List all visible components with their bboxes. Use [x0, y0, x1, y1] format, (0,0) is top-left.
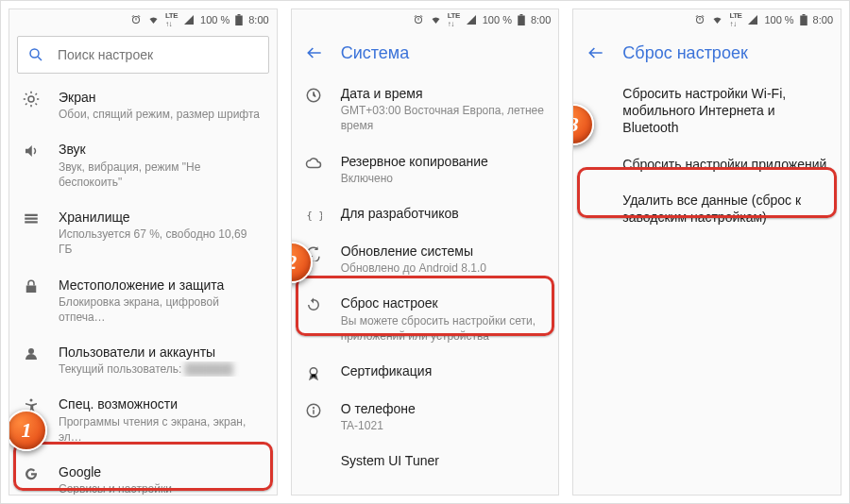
- row-sub: Используется 67 %, свободно 10,69 ГБ: [59, 227, 264, 257]
- row-sub: Звук, вибрация, режим "Не беспокоить": [59, 160, 264, 190]
- row-accounts[interactable]: Пользователи и аккаунтыТекущий пользоват…: [9, 334, 277, 386]
- info-icon: [303, 400, 324, 419]
- row-title: Сброс настроек: [341, 294, 546, 311]
- battery-icon: [235, 14, 243, 25]
- row-sub: Блокировка экрана, цифровой отпеча…: [59, 294, 264, 325]
- lte-icon: LTE↑↓: [448, 11, 460, 28]
- svg-point-28: [313, 407, 314, 409]
- row-reset-apps[interactable]: Сбросить настройки приложений: [573, 146, 841, 182]
- svg-line-3: [38, 57, 42, 60]
- row-title: Удалить все данные (сброс к заводским на…: [622, 192, 827, 226]
- svg-point-4: [28, 96, 34, 102]
- row-security[interactable]: Местоположение и защитаБлокировка экрана…: [9, 267, 277, 335]
- row-sub: Текущий пользователь: ██████: [59, 361, 264, 377]
- row-title: Спец. возможности: [59, 395, 264, 412]
- cloud-icon: [303, 153, 324, 172]
- row-title: Google: [59, 463, 264, 480]
- row-sub: Обои, спящий режим, размер шрифта: [59, 107, 264, 122]
- row-reset-network[interactable]: Сбросить настройки Wi-Fi, мобильного Инт…: [573, 76, 841, 146]
- alarm-icon: [694, 14, 706, 25]
- battery-percent: 100 %: [483, 14, 512, 25]
- row-datetime[interactable]: Дата и времяGMT+03:00 Восточная Европа, …: [292, 76, 559, 143]
- svg-rect-29: [313, 410, 314, 414]
- alarm-icon: [130, 14, 142, 25]
- row-title: Местоположение и защита: [59, 277, 264, 294]
- signal-icon: [466, 14, 477, 25]
- certificate-icon: [303, 362, 324, 381]
- row-title: О телефоне: [341, 400, 546, 417]
- svg-rect-23: [519, 14, 522, 16]
- row-sub: Сервисы и настройки: [59, 481, 264, 495]
- row-sub: TA-1021: [341, 418, 546, 433]
- row-title: Сбросить настройки приложений: [622, 156, 827, 173]
- status-bar: LTE↑↓ 100 % 8:00: [573, 9, 841, 30]
- search-input[interactable]: [58, 47, 259, 62]
- update-icon: [303, 243, 324, 261]
- display-icon: [21, 89, 42, 108]
- row-title: Дата и время: [341, 85, 546, 102]
- status-bar: LTE↑↓ 100 % 8:00: [292, 9, 559, 30]
- row-cert[interactable]: Сертификация: [292, 353, 559, 391]
- row-factory-reset[interactable]: Удалить все данные (сброс к заводским на…: [573, 182, 841, 235]
- alarm-icon: [413, 14, 424, 25]
- screen-reset: LTE↑↓ 100 % 8:00 Сброс настроек Сбросить…: [572, 8, 842, 496]
- screen-settings-root: LTE↑↓ 100 % 8:00 ЭкранОбои, спящий режим…: [8, 8, 278, 496]
- row-update[interactable]: Обновление системыОбновлено до Android 8…: [292, 233, 559, 285]
- svg-rect-15: [25, 221, 38, 223]
- search-icon: [27, 46, 44, 63]
- storage-icon: [21, 209, 42, 227]
- row-sub: GMT+03:00 Восточная Европа, летнее время: [341, 103, 546, 133]
- battery-percent: 100 %: [200, 14, 230, 25]
- svg-line-9: [26, 93, 27, 95]
- back-icon[interactable]: [305, 43, 324, 62]
- row-display[interactable]: ЭкранОбои, спящий режим, размер шрифта: [9, 79, 277, 131]
- row-sub: Вы можете сбросить настройки сети, прило…: [341, 313, 546, 344]
- svg-line-11: [26, 104, 27, 106]
- google-icon: [21, 463, 42, 482]
- lte-icon: LTE↑↓: [165, 11, 178, 28]
- search-bar[interactable]: [17, 36, 269, 74]
- back-icon[interactable]: [586, 43, 605, 62]
- reset-list: Сбросить настройки Wi-Fi, мобильного Инт…: [573, 76, 841, 495]
- header-title: Система: [341, 43, 410, 63]
- row-developer[interactable]: { } Для разработчиков: [292, 195, 559, 233]
- svg-point-18: [30, 399, 33, 402]
- svg-rect-30: [800, 16, 808, 26]
- svg-point-2: [30, 49, 39, 58]
- clock-text: 8:00: [248, 14, 268, 25]
- header-bar: Система: [292, 30, 559, 76]
- row-backup[interactable]: Резервное копированиеВключено: [292, 143, 559, 195]
- row-title: Хранилище: [59, 209, 264, 226]
- battery-icon: [800, 14, 808, 25]
- row-google[interactable]: GoogleСервисы и настройки: [9, 454, 277, 495]
- row-accessibility[interactable]: Спец. возможностиПрограммы чтения с экра…: [9, 386, 277, 454]
- lte-icon: LTE↑↓: [729, 11, 741, 28]
- row-about[interactable]: О телефонеTA-1021: [292, 391, 559, 443]
- wifi-icon: [430, 14, 442, 25]
- sound-icon: [21, 141, 42, 160]
- row-title: Сертификация: [341, 362, 546, 379]
- header-title: Сброс настроек: [622, 43, 747, 63]
- settings-list: ЭкранОбои, спящий режим, размер шрифта З…: [9, 79, 277, 495]
- battery-icon: [518, 14, 525, 25]
- row-title: Звук: [59, 141, 264, 158]
- svg-rect-0: [236, 16, 244, 26]
- row-title: Для разработчиков: [341, 205, 546, 222]
- row-title: Сбросить настройки Wi-Fi, мобильного Инт…: [622, 85, 827, 137]
- battery-percent: 100 %: [764, 14, 793, 25]
- row-title: Экран: [59, 89, 264, 106]
- row-title: System UI Tuner: [341, 452, 546, 469]
- row-sub: Включено: [341, 171, 546, 186]
- clock-text: 8:00: [531, 14, 551, 25]
- row-sub: Программы чтения с экрана, экран, эл…: [59, 414, 264, 445]
- row-systemui[interactable]: System UI Tuner: [292, 443, 559, 479]
- svg-line-10: [36, 104, 38, 106]
- system-list: Дата и времяGMT+03:00 Восточная Европа, …: [292, 76, 559, 495]
- row-reset[interactable]: Сброс настроекВы можете сбросить настрой…: [292, 285, 559, 353]
- header-bar: Сброс настроек: [573, 30, 841, 76]
- svg-line-12: [36, 93, 38, 95]
- svg-rect-31: [802, 14, 805, 16]
- row-storage[interactable]: ХранилищеИспользуется 67 %, свободно 10,…: [9, 199, 277, 267]
- row-sound[interactable]: ЗвукЗвук, вибрация, режим "Не беспокоить…: [9, 131, 277, 199]
- row-title: Обновление системы: [341, 243, 546, 260]
